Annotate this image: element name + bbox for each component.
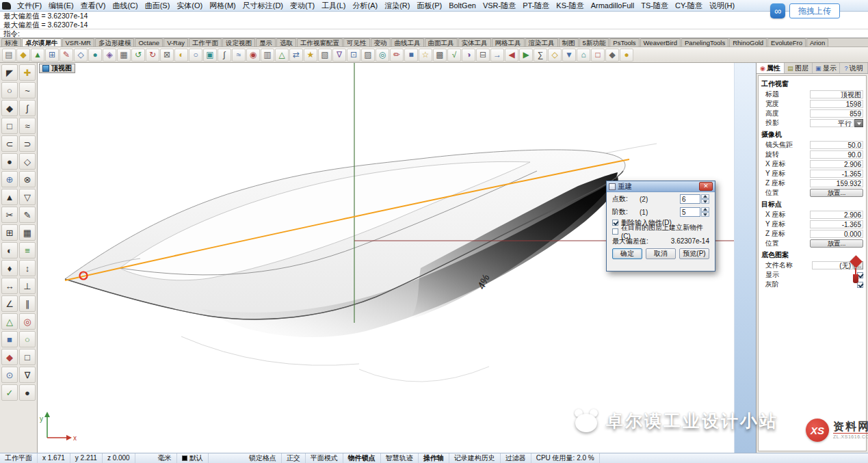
panel-row-value[interactable]: -1.365 xyxy=(810,170,863,178)
left-toolbar-icon[interactable]: ↕ xyxy=(19,260,36,276)
menu-item[interactable]: 说明(H) xyxy=(706,0,738,11)
toolbar-icon[interactable]: ● xyxy=(88,49,102,62)
left-toolbar-icon[interactable]: ≡ xyxy=(19,242,36,259)
checkbox[interactable] xyxy=(612,228,618,235)
toolbar-icon[interactable]: ◆ xyxy=(605,49,619,62)
menu-item[interactable]: 渲染(R) xyxy=(381,0,413,11)
toolbar-icon[interactable]: ○ xyxy=(189,49,202,62)
cplane-button[interactable]: 工作平面 xyxy=(0,453,38,463)
menu-item[interactable]: KS-随意 xyxy=(553,0,587,11)
left-toolbar-icon[interactable]: ◆ xyxy=(1,349,18,365)
toolbar-icon[interactable]: ◈ xyxy=(103,49,116,62)
panel-row-value[interactable]: 顶视图 xyxy=(810,90,863,98)
toolbar-icon[interactable]: ▦ xyxy=(117,49,131,62)
menu-item[interactable]: BoltGen xyxy=(445,0,479,11)
toolbar-tab[interactable]: 工作视窗配置 xyxy=(297,38,343,47)
left-toolbar-icon[interactable]: □ xyxy=(1,118,18,134)
toolbar-tab[interactable]: 曲线工具 xyxy=(391,38,424,47)
panel-row-value[interactable]: 859 xyxy=(810,109,863,118)
link-icon[interactable]: ∞ xyxy=(770,3,785,18)
toolbar-icon[interactable]: ∫ xyxy=(218,49,231,62)
left-toolbar-icon[interactable]: ⊂ xyxy=(1,135,18,152)
left-toolbar-icon[interactable]: ■ xyxy=(1,331,18,347)
left-toolbar-icon[interactable]: ~ xyxy=(19,82,36,98)
preview-button[interactable]: 预览(P) xyxy=(679,248,709,259)
left-toolbar-icon[interactable]: ↔ xyxy=(1,278,18,294)
toolbar-icon[interactable]: △ xyxy=(275,49,289,62)
status-toggle[interactable]: 过滤器 xyxy=(501,453,531,463)
spinner-down-button[interactable] xyxy=(701,199,709,204)
status-toggle[interactable]: 正交 xyxy=(282,453,306,463)
left-toolbar-icon[interactable]: ⊥ xyxy=(19,278,36,294)
panel-tab[interactable]: ▤图层 xyxy=(785,63,813,73)
toolbar-icon[interactable]: ■ xyxy=(404,49,418,62)
toolbar-icon[interactable]: ☆ xyxy=(419,49,432,62)
status-toggle[interactable]: 平面模式 xyxy=(306,453,343,463)
left-toolbar-icon[interactable]: ◇ xyxy=(19,153,36,170)
left-toolbar-icon[interactable]: ○ xyxy=(1,82,18,98)
toolbar-tab[interactable]: 制图 xyxy=(559,38,579,47)
toolbar-icon[interactable]: ◇ xyxy=(74,49,88,62)
menu-item[interactable]: 曲线(C) xyxy=(109,0,141,11)
toolbar-icon[interactable]: ▨ xyxy=(361,49,375,62)
menu-item[interactable]: 实体(O) xyxy=(173,0,206,11)
toolbar-tab[interactable]: PanelingTools xyxy=(681,38,728,47)
left-toolbar-icon[interactable]: ● xyxy=(19,384,36,401)
left-toolbar-icon[interactable]: ◤ xyxy=(1,64,18,81)
panel-row-value[interactable]: 2.906 xyxy=(810,160,863,168)
panel-row-value[interactable]: 159.932 xyxy=(810,179,863,187)
toolbar-tab[interactable]: 设定视图 xyxy=(222,38,255,47)
toolbar-tab[interactable]: 曲面工具 xyxy=(425,38,458,47)
toolbar-icon[interactable]: ⊡ xyxy=(347,49,360,62)
spinner-up-button[interactable] xyxy=(701,194,709,199)
toolbar-icon[interactable]: ▤ xyxy=(2,49,16,62)
left-toolbar-icon[interactable]: ✎ xyxy=(19,207,36,223)
toolbar-tab[interactable]: 5新功能 xyxy=(579,38,609,47)
command-history[interactable]: 最大偏差值 = 3.62307e-14 最大偏差值 = 3.62307e-14 xyxy=(0,12,868,29)
left-toolbar-icon[interactable]: □ xyxy=(19,349,36,365)
toolbar-tab[interactable]: WeaverBird xyxy=(640,38,681,47)
left-toolbar-icon[interactable]: ● xyxy=(1,153,18,170)
toolbar-tab[interactable]: 卓尔谟犀牛 xyxy=(22,38,62,47)
ok-button[interactable]: 确定 xyxy=(612,248,642,259)
toolbar-icon[interactable]: ↺ xyxy=(131,49,145,62)
left-toolbar-icon[interactable]: ≈ xyxy=(19,118,36,134)
toolbar-icon[interactable]: ◀ xyxy=(505,49,518,62)
toolbar-icon[interactable]: → xyxy=(490,49,504,62)
toolbar-icon[interactable]: ● xyxy=(620,49,633,62)
toolbar-icon[interactable]: ✏ xyxy=(390,49,404,62)
panel-tab[interactable]: ◉属性 xyxy=(757,63,785,73)
toolbar-icon[interactable]: ⊞ xyxy=(45,49,59,62)
toolbar-icon[interactable]: ▲ xyxy=(31,49,44,62)
left-toolbar-icon[interactable]: ▲ xyxy=(1,189,18,205)
toolbar-tab[interactable]: Octane xyxy=(135,38,163,47)
left-toolbar-icon[interactable]: ⊕ xyxy=(1,171,18,187)
toolbar-icon[interactable]: ◐ xyxy=(174,49,188,62)
menu-item[interactable]: 工具(L) xyxy=(318,0,349,11)
panel-row-value[interactable]: 平行 xyxy=(810,119,854,127)
dropdown-button[interactable] xyxy=(854,119,863,127)
spinner-up-button[interactable] xyxy=(701,207,709,212)
toolbar-tab[interactable]: 渲染工具 xyxy=(525,38,558,47)
menu-item[interactable]: 文件(F) xyxy=(14,0,45,11)
toolbar-tab[interactable]: 变动 xyxy=(371,38,391,47)
menu-item[interactable]: ArmadilloFull xyxy=(588,0,638,11)
toolbar-icon[interactable]: ≈ xyxy=(232,49,246,62)
toolbar-tab[interactable]: PsTools xyxy=(609,38,639,47)
toolbar-icon[interactable]: ▩ xyxy=(433,49,447,62)
left-toolbar-icon[interactable]: ✚ xyxy=(19,64,36,81)
menu-item[interactable]: 曲面(S) xyxy=(142,0,174,11)
toolbar-tab[interactable]: 显示 xyxy=(256,38,276,47)
toolbar-tab[interactable]: 多边形建模 xyxy=(95,38,135,47)
left-toolbar-icon[interactable]: ∇ xyxy=(19,367,36,383)
layer-indicator[interactable]: 默认 xyxy=(177,453,209,463)
dialog-title-bar[interactable]: 重建 ✕ xyxy=(607,181,715,192)
toolbar-icon[interactable]: ◆ xyxy=(16,49,30,62)
toolbar-tab[interactable]: 网格工具 xyxy=(492,38,525,47)
menu-item[interactable]: 面板(P) xyxy=(413,0,445,11)
toolbar-icon[interactable]: ⊟ xyxy=(476,49,490,62)
menu-item[interactable]: 分析(A) xyxy=(350,0,382,11)
left-toolbar-icon[interactable]: ◆ xyxy=(1,100,18,116)
left-toolbar-icon[interactable]: ⊞ xyxy=(1,224,18,241)
toolbar-icon[interactable]: ▥ xyxy=(261,49,274,62)
